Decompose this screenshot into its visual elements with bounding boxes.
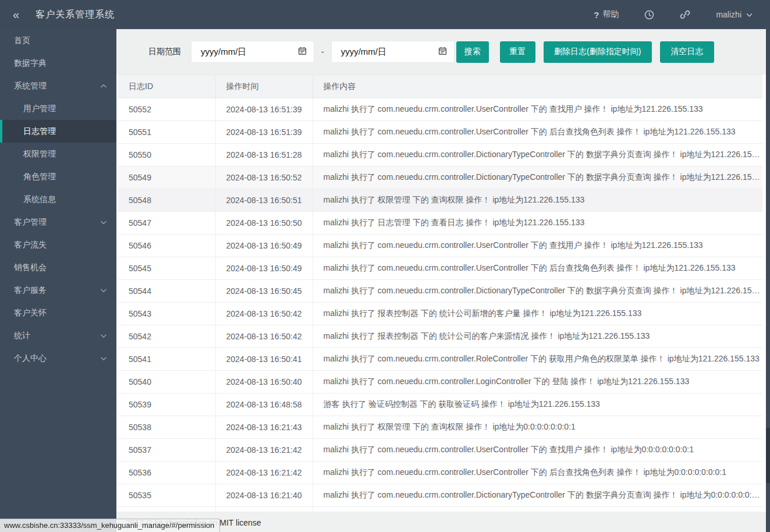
sidebar-item-log-management[interactable]: 日志管理 [0, 120, 116, 143]
time-cell: 2024-08-13 16:50:40 [215, 371, 313, 393]
time-cell: 2024-08-13 16:50:49 [215, 235, 313, 257]
table-row[interactable]: 505352024-08-13 16:21:40malizhi 执行了 com.… [118, 484, 762, 507]
sidebar-item-user-management[interactable]: 用户管理 [0, 97, 116, 120]
sidebar-item-sales-opportunity[interactable]: 销售机会 [0, 256, 116, 279]
sidebar-item-label: 客户管理 [14, 217, 47, 226]
sidebar-item-label: 首页 [14, 36, 30, 45]
table-row[interactable]: 505452024-08-13 16:50:49malizhi 执行了 com.… [118, 257, 762, 280]
log-id-cell: 50542 [118, 325, 215, 348]
time-cell: 2024-08-13 16:51:28 [215, 144, 313, 166]
sidebar-item-customer-churn[interactable]: 客户流失 [0, 233, 116, 256]
sidebar-item-role-management[interactable]: 角色管理 [0, 165, 116, 188]
table-row[interactable]: 505522024-08-13 16:51:39malizhi 执行了 com.… [118, 98, 762, 121]
sidebar-item-label: 销售机会 [14, 263, 47, 272]
clock-icon[interactable] [644, 10, 654, 20]
time-cell: 2024-08-13 16:50:50 [215, 212, 313, 235]
time-cell: 2024-08-13 16:50:42 [215, 303, 313, 325]
help-button[interactable]: ? 帮助 [594, 9, 619, 20]
log-id-cell: 50546 [118, 235, 215, 257]
vertical-scrollbar[interactable] [766, 29, 770, 532]
content-cell: malizhi 执行了 com.neuedu.crm.controller.Us… [313, 235, 762, 257]
sidebar-menu: 首页数据字典系统管理用户管理日志管理权限管理角色管理系统信息客户管理客户流失销售… [0, 29, 116, 532]
chevron-down-icon [100, 347, 107, 370]
sidebar-item-customer-management[interactable]: 客户管理 [0, 211, 116, 233]
help-label: 帮助 [602, 9, 619, 20]
sidebar-item-label: 统计 [14, 331, 30, 340]
column-header-log-id: 日志ID [118, 75, 215, 98]
content-cell: malizhi 执行了 com.neuedu.crm.controller.Lo… [313, 371, 762, 393]
content-cell: malizhi 执行了 com.neuedu.crm.controller.Us… [313, 462, 762, 484]
sidebar-item-customer-care[interactable]: 客户关怀 [0, 302, 116, 324]
sidebar-item-label: 角色管理 [23, 172, 56, 181]
chevron-down-icon [100, 211, 107, 233]
table-row[interactable]: 505462024-08-13 16:50:49malizhi 执行了 com.… [118, 235, 762, 257]
time-cell: 2024-08-13 16:21:42 [215, 462, 313, 484]
sidebar-item-label: 日志管理 [23, 126, 56, 136]
delete-logs-button[interactable]: 删除日志(删除指定时间) [544, 41, 652, 63]
sidebar-item-label: 客户关怀 [14, 308, 47, 317]
sidebar-item-system-management[interactable]: 系统管理 [0, 75, 116, 97]
log-id-cell: 50552 [118, 98, 215, 121]
sidebar-item-customer-service[interactable]: 客户服务 [0, 279, 116, 302]
table-row[interactable]: 505442024-08-13 16:50:45malizhi 执行了 com.… [118, 280, 762, 303]
sidebar-item-statistics[interactable]: 统计 [0, 324, 116, 347]
table-row[interactable]: 505512024-08-13 16:51:39malizhi 执行了 com.… [118, 121, 762, 144]
content-cell: malizhi 执行了 com.neuedu.crm.controller.Us… [313, 98, 762, 121]
column-header-content: 操作内容 [313, 75, 762, 98]
log-id-cell: 50550 [118, 144, 215, 166]
sidebar-collapse-icon[interactable]: « [13, 8, 18, 22]
table-row[interactable]: 505482024-08-13 16:50:51malizhi 执行了 权限管理… [118, 189, 762, 212]
table-row[interactable]: 505492024-08-13 16:50:52malizhi 执行了 com.… [118, 166, 762, 189]
question-mark-icon: ? [594, 10, 599, 20]
end-date-input[interactable]: yyyy/mm/日 [331, 41, 455, 63]
log-id-cell: 50544 [118, 280, 215, 303]
table-row[interactable]: 505362024-08-13 16:21:42malizhi 执行了 com.… [118, 462, 762, 484]
time-cell: 2024-08-13 16:21:43 [215, 416, 313, 439]
table-row[interactable]: 505412024-08-13 16:50:41malizhi 执行了 com.… [118, 348, 762, 371]
sidebar-item-permission-management[interactable]: 权限管理 [0, 143, 116, 165]
sidebar-item-label: 系统管理 [14, 81, 47, 90]
sidebar-item-data-dictionary[interactable]: 数据字典 [0, 52, 116, 75]
log-id-cell: 50538 [118, 416, 215, 439]
username: malizhi [716, 10, 741, 19]
calendar-icon[interactable] [298, 47, 307, 58]
log-id-cell: 50539 [118, 393, 215, 416]
calendar-icon[interactable] [438, 47, 447, 58]
log-id-cell: 50547 [118, 212, 215, 235]
table-row[interactable]: 505472024-08-13 16:50:50malizhi 执行了 日志管理… [118, 212, 762, 235]
content-cell: malizhi 执行了 com.neuedu.crm.controller.Di… [313, 484, 762, 507]
table-row[interactable]: 505372024-08-13 16:21:42malizhi 执行了 com.… [118, 439, 762, 462]
partial-row [118, 507, 762, 512]
start-date-input[interactable]: yyyy/mm/日 [191, 41, 314, 63]
log-id-cell: 50537 [118, 439, 215, 462]
content-cell: malizhi 执行了 报表控制器 下的 统计公司的客户来源情况 操作！ ip地… [313, 325, 762, 348]
topbar: « 客户关系管理系统 ? 帮助 malizhi [0, 0, 770, 29]
user-menu[interactable]: malizhi [716, 10, 753, 19]
chevron-down-icon [746, 10, 753, 19]
table-row[interactable]: 505382024-08-13 16:21:43malizhi 执行了 权限管理… [118, 416, 762, 439]
sidebar-item-personal-center[interactable]: 个人中心 [0, 347, 116, 370]
filter-bar: 日期范围 yyyy/mm/日 - yyyy/mm/日 [116, 29, 766, 75]
content-cell: 游客 执行了 验证码控制器 下的 获取验证码 操作！ ip地址为121.226.… [313, 393, 762, 416]
chevron-up-icon [100, 75, 107, 97]
log-id-cell: 50536 [118, 462, 215, 484]
sidebar-item-home[interactable]: 首页 [0, 29, 116, 52]
scrollbar-thumb[interactable] [766, 428, 770, 483]
chevron-down-icon [100, 324, 107, 347]
table-row[interactable]: 505432024-08-13 16:50:42malizhi 执行了 报表控制… [118, 303, 762, 325]
table-row[interactable]: 505422024-08-13 16:50:42malizhi 执行了 报表控制… [118, 325, 762, 348]
reset-button[interactable]: 重置 [500, 41, 535, 63]
clear-logs-button[interactable]: 清空日志 [660, 41, 714, 63]
table-row[interactable]: 505402024-08-13 16:50:40malizhi 执行了 com.… [118, 371, 762, 393]
content-cell: malizhi 执行了 权限管理 下的 查询权限 操作！ ip地址为121.22… [313, 189, 762, 212]
search-button[interactable]: 搜索 [456, 41, 489, 63]
log-id-cell: 50549 [118, 166, 215, 189]
time-cell: 2024-08-13 16:50:49 [215, 257, 313, 280]
table-row[interactable]: 505502024-08-13 16:51:28malizhi 执行了 com.… [118, 144, 762, 166]
content-cell: malizhi 执行了 com.neuedu.crm.controller.Di… [313, 280, 762, 303]
sidebar-item-label: 系统信息 [23, 194, 56, 204]
date-range-label: 日期范围 [148, 47, 181, 57]
table-row[interactable]: 505392024-08-13 16:48:58游客 执行了 验证码控制器 下的… [118, 393, 762, 416]
link-icon[interactable] [680, 9, 690, 20]
sidebar-item-system-info[interactable]: 系统信息 [0, 188, 116, 211]
